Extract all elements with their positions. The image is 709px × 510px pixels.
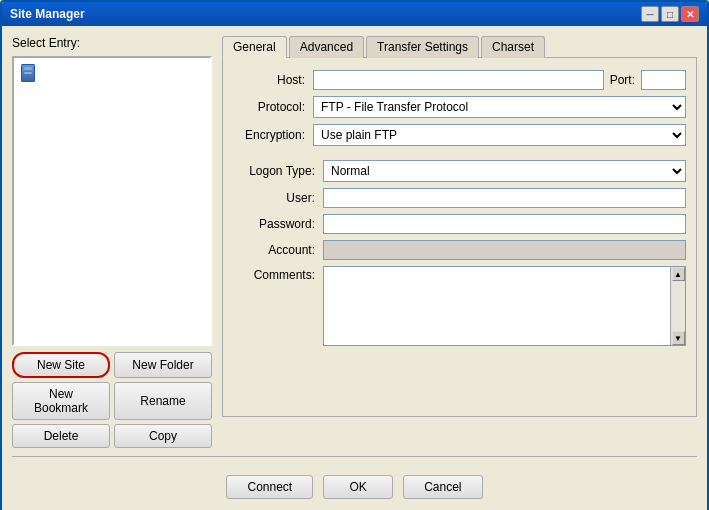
host-port-row: Port: — [313, 70, 686, 90]
left-panel: Select Entry: New Site New Folder New Bo… — [12, 36, 212, 448]
right-panel: General Advanced Transfer Settings Chars… — [222, 36, 697, 448]
account-label: Account: — [233, 243, 323, 257]
comments-label: Comments: — [233, 266, 323, 282]
scroll-up-btn[interactable]: ▲ — [672, 267, 685, 281]
tab-content-general: Host: Port: Protocol: FTP - File Transfe… — [222, 57, 697, 417]
titlebar: Site Manager ─ □ ✕ — [2, 2, 707, 26]
connect-button[interactable]: Connect — [226, 475, 313, 499]
comments-scrollbar[interactable]: ▲ ▼ — [670, 267, 685, 345]
bottom-bar: Connect OK Cancel — [12, 465, 697, 505]
new-site-button[interactable]: New Site — [12, 352, 110, 378]
close-button[interactable]: ✕ — [681, 6, 699, 22]
host-row: Host: Port: — [233, 70, 686, 90]
rename-button[interactable]: Rename — [114, 382, 212, 420]
tabs: General Advanced Transfer Settings Chars… — [222, 36, 697, 58]
user-row: User: — [233, 188, 686, 208]
main-content: Select Entry: New Site New Folder New Bo… — [12, 36, 697, 448]
window-body: Select Entry: New Site New Folder New Bo… — [2, 26, 707, 510]
tab-charset[interactable]: Charset — [481, 36, 545, 58]
port-label: Port: — [604, 73, 641, 87]
user-label: User: — [233, 191, 323, 205]
encryption-select[interactable]: Use plain FTP Use explicit FTP over TLS … — [313, 124, 686, 146]
copy-button[interactable]: Copy — [114, 424, 212, 448]
password-label: Password: — [233, 217, 323, 231]
bottom-divider — [12, 456, 697, 457]
protocol-row: Protocol: FTP - File Transfer Protocol S… — [233, 96, 686, 118]
site-manager-window: Site Manager ─ □ ✕ Select Entry: — [0, 0, 709, 510]
scroll-track — [672, 281, 685, 331]
titlebar-controls: ─ □ ✕ — [641, 6, 699, 22]
comments-row: Comments: ▲ ▼ — [233, 266, 686, 346]
logon-type-row: Logon Type: Normal Anonymous Ask for pas… — [233, 160, 686, 182]
encryption-row: Encryption: Use plain FTP Use explicit F… — [233, 124, 686, 146]
account-row: Account: — [233, 240, 686, 260]
tab-general[interactable]: General — [222, 36, 287, 58]
user-input[interactable] — [323, 188, 686, 208]
ok-button[interactable]: OK — [323, 475, 393, 499]
tab-transfer-settings[interactable]: Transfer Settings — [366, 36, 479, 58]
host-input[interactable] — [313, 70, 604, 90]
tree-root-item[interactable] — [18, 62, 206, 84]
cancel-button[interactable]: Cancel — [403, 475, 482, 499]
scroll-down-btn[interactable]: ▼ — [672, 331, 685, 345]
minimize-button[interactable]: ─ — [641, 6, 659, 22]
port-input[interactable] — [641, 70, 686, 90]
account-input — [323, 240, 686, 260]
select-entry-label: Select Entry: — [12, 36, 212, 50]
maximize-button[interactable]: □ — [661, 6, 679, 22]
server-icon — [20, 63, 36, 83]
password-row: Password: — [233, 214, 686, 234]
new-bookmark-button[interactable]: New Bookmark — [12, 382, 110, 420]
protocol-label: Protocol: — [233, 100, 313, 114]
comments-textarea-wrap: ▲ ▼ — [323, 266, 686, 346]
comments-textarea[interactable] — [324, 267, 670, 345]
left-buttons: New Site New Folder New Bookmark Rename … — [12, 352, 212, 448]
host-label: Host: — [233, 73, 313, 87]
titlebar-title: Site Manager — [10, 7, 85, 21]
delete-button[interactable]: Delete — [12, 424, 110, 448]
new-folder-button[interactable]: New Folder — [114, 352, 212, 378]
tab-advanced[interactable]: Advanced — [289, 36, 364, 58]
protocol-select[interactable]: FTP - File Transfer Protocol SFTP FTP ov… — [313, 96, 686, 118]
window-title: Site Manager — [10, 7, 85, 21]
entry-tree[interactable] — [12, 56, 212, 346]
logon-type-label: Logon Type: — [233, 164, 323, 178]
encryption-label: Encryption: — [233, 128, 313, 142]
logon-type-select[interactable]: Normal Anonymous Ask for password Intera… — [323, 160, 686, 182]
password-input[interactable] — [323, 214, 686, 234]
